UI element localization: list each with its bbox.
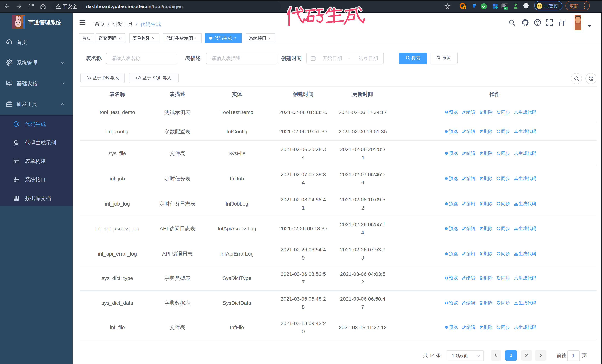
svg-text:on: on [504,7,507,10]
svg-text:1: 1 [464,6,465,9]
